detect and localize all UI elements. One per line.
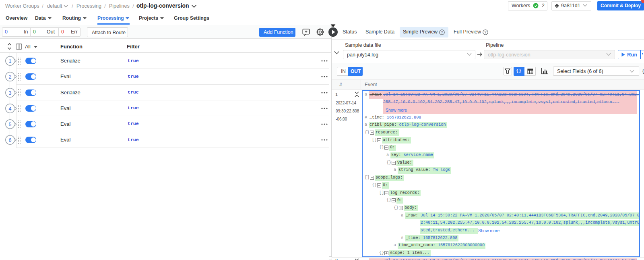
svg-text:2: 2 <box>9 74 12 80</box>
svg-text:?: ? <box>484 30 486 34</box>
svg-text:3: 3 <box>9 90 12 96</box>
svg-text:4: 4 <box>9 106 12 111</box>
svg-text:1: 1 <box>9 58 12 64</box>
svg-text:6: 6 <box>9 137 12 143</box>
svg-text:5: 5 <box>9 121 12 127</box>
svg-text:?: ? <box>441 30 443 34</box>
